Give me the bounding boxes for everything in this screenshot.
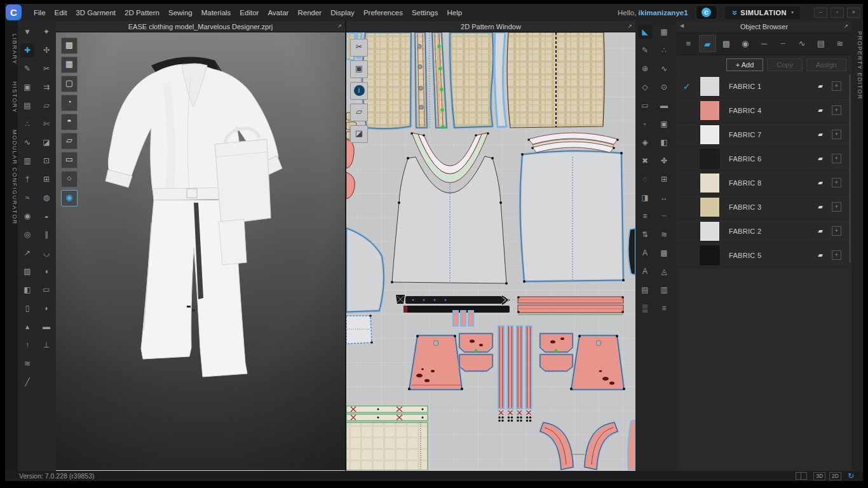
add-point-icon[interactable]: ⊕ [638, 62, 652, 76]
lock-sphere-icon[interactable]: ◒ [39, 209, 53, 223]
quilt-icon[interactable]: ▤ [638, 283, 652, 297]
fabric-row[interactable]: ✓ FABRIC 3 ▰ + [677, 195, 851, 219]
avatar-size-icon[interactable]: ▴ [20, 320, 34, 334]
menu-item[interactable]: Sewing [164, 9, 197, 17]
menu-item[interactable]: Preferences [359, 9, 407, 17]
duplicate-fabric-icon[interactable]: ▰ [818, 107, 823, 114]
text-tool-icon[interactable]: A [638, 246, 652, 260]
move-fabric-icon[interactable]: ⇉ [39, 80, 53, 94]
shape-shield-icon[interactable]: ◈ [638, 135, 652, 149]
cross-dart-icon[interactable]: ✖ [638, 154, 652, 168]
popout-icon[interactable]: ↗ [627, 23, 632, 29]
roll-tool-icon[interactable]: ◗ [39, 301, 53, 315]
duplicate-fabric-icon[interactable]: ▰ [818, 83, 823, 90]
duplicate-fabric-icon[interactable]: ▰ [818, 131, 823, 138]
scene-list-tab[interactable]: ≡ [680, 35, 697, 52]
rectangle-icon[interactable]: ▭ [638, 98, 652, 112]
free-sew-icon[interactable]: ∿ [657, 62, 671, 76]
stitch-tab[interactable]: ┈ [775, 35, 792, 52]
garment-fit-icon[interactable]: ▣ [350, 60, 368, 78]
fabric-cubes-icon[interactable]: ◬ [657, 264, 671, 278]
belt-pieces[interactable] [396, 295, 510, 313]
segment-sew-icon[interactable]: ∴ [657, 43, 671, 57]
fabric-strip-icon[interactable]: ▬ [39, 320, 53, 334]
trim-tab[interactable]: ▤ [812, 35, 829, 52]
vest-back-piece[interactable] [520, 151, 625, 283]
split-view-icon[interactable] [796, 472, 807, 480]
dock-tab[interactable]: LIBRARY [5, 30, 18, 69]
pants-tool-icon[interactable]: ▯ [20, 301, 34, 315]
pocket-panel-left[interactable] [408, 335, 463, 390]
fabric-swatch[interactable] [700, 197, 720, 217]
copy-fabric-button[interactable]: Copy [767, 58, 803, 71]
measure-icon[interactable]: ↔ [657, 191, 671, 205]
cut-sew-icon[interactable]: ✂ [39, 62, 53, 76]
shirt-flower-icon[interactable]: ✤ [657, 154, 671, 168]
zigzag-stitch-icon[interactable]: ≋ [657, 227, 671, 241]
shirt-button-icon[interactable]: ⊞ [39, 172, 53, 186]
fabric-row[interactable]: ✓ FABRIC 5 ▰ + [677, 243, 851, 268]
dash-measure-icon[interactable]: ┈ [657, 209, 671, 223]
fold-shirt-icon[interactable]: ◧ [657, 135, 671, 149]
menu-item[interactable]: Render [293, 9, 326, 17]
scrollbar[interactable] [849, 74, 851, 262]
fabric-swatch[interactable] [700, 245, 720, 266]
dock-tab[interactable]: HISTORY [5, 78, 18, 117]
simulation-dropdown[interactable]: « SIMULATION ▾ [725, 6, 800, 19]
fabric-swatch[interactable] [700, 221, 720, 241]
beige-plaid-piece[interactable] [346, 423, 428, 470]
texture-edit-icon[interactable]: ▩ [657, 246, 671, 260]
edit-pattern-icon[interactable]: ✎ [638, 43, 652, 57]
dart-icon[interactable]: ▫ [638, 117, 652, 131]
detail-sew-icon[interactable]: ⊙ [657, 80, 671, 94]
lock-pattern-icon[interactable]: ◪ [350, 125, 368, 143]
popout-icon[interactable]: ↗ [843, 23, 848, 29]
collapse-panel-icon[interactable]: ◀ [680, 23, 684, 29]
avatar-head-icon[interactable]: ○ [61, 171, 78, 187]
duplicate-fabric-icon[interactable]: ▰ [818, 252, 823, 259]
view-toggle-button[interactable]: 3D [813, 472, 825, 480]
graphic-tab[interactable]: ▩ [718, 35, 735, 52]
garment-texture-icon[interactable]: ▩ [61, 37, 78, 54]
annotation-tool-icon[interactable]: A [638, 264, 652, 278]
pocket-flap-left[interactable] [459, 334, 492, 371]
fabric-row[interactable]: ✓ FABRIC 1 ▰ + [677, 74, 851, 98]
edit-sewing-icon[interactable]: ▥ [20, 154, 34, 168]
fabric-row[interactable]: ✓ FABRIC 8 ▰ + [677, 171, 851, 195]
garment-mesh-icon[interactable]: ▦ [61, 57, 78, 73]
window-control-button[interactable]: ▫ [831, 8, 844, 18]
select-move-icon[interactable]: ✚ [20, 43, 34, 57]
duplicate-fabric-icon[interactable]: ▰ [818, 203, 823, 210]
menu-item[interactable]: 3D Garment [71, 9, 120, 17]
add-colorway-icon[interactable]: + [832, 105, 841, 115]
jacket-front-left-piece[interactable] [362, 32, 411, 129]
menu-item[interactable]: Materials [197, 9, 236, 17]
trace-icon[interactable]: ◌ [638, 172, 652, 186]
assign-fabric-button[interactable]: Assign [806, 58, 846, 71]
menu-item[interactable]: Display [326, 9, 359, 17]
lift-garment-icon[interactable]: ↑ [20, 338, 34, 352]
avatar-bust-icon[interactable]: ◓ [61, 114, 78, 130]
cut-sync-icon[interactable]: ✂ [350, 39, 368, 57]
viewport-3d-canvas[interactable]: ▩▦▢◔◓▱▭○◉ [56, 32, 345, 471]
iron-icon[interactable]: ▬ [657, 98, 671, 112]
fabric-swatch[interactable] [700, 149, 720, 169]
shirt-display-icon[interactable]: ▣ [657, 117, 671, 131]
window-control-button[interactable]: × [847, 8, 860, 18]
refresh-icon[interactable]: ↻ [848, 472, 854, 480]
environment-globe-icon[interactable]: ◉ [61, 190, 78, 207]
menu-item[interactable]: Help [442, 9, 466, 17]
small-strap-pieces[interactable] [453, 311, 473, 326]
jacket-tool-icon[interactable]: ▨ [20, 264, 34, 278]
fabric-roll-icon[interactable]: ◖ [39, 264, 53, 278]
fur-brush-icon[interactable]: ▒ [638, 301, 652, 315]
waistband-pieces[interactable] [517, 296, 624, 315]
topstitch-tab[interactable]: ─ [756, 35, 773, 52]
fabric-row[interactable]: ✓ FABRIC 7 ▰ + [677, 123, 851, 147]
cloud-account-icon[interactable]: C [696, 5, 717, 20]
stroke-tool-icon[interactable]: ╱ [20, 375, 34, 389]
jacket-front-right-piece[interactable] [450, 32, 493, 128]
garment-spool-icon[interactable]: ◔ [61, 95, 78, 111]
menu-item[interactable]: File [29, 9, 50, 17]
jacket-back-piece[interactable] [507, 32, 604, 128]
